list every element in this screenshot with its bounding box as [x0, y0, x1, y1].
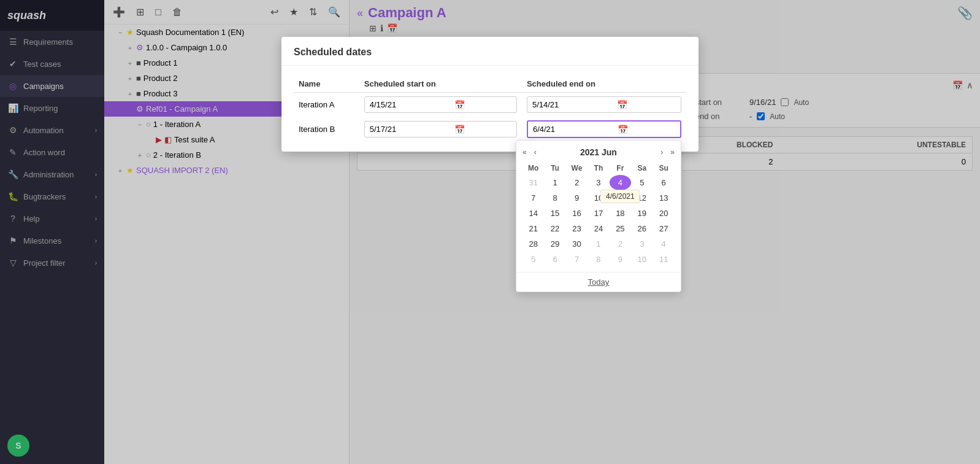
- cal-week-4: 21 22 23 24 25 26 27: [523, 221, 675, 236]
- next-month-button[interactable]: ›: [658, 147, 665, 158]
- iter-a-end-input[interactable]: [527, 97, 613, 112]
- weekday-fr: Fr: [610, 161, 631, 175]
- cal-day-23[interactable]: 23: [566, 221, 588, 236]
- cal-footer: Today: [516, 272, 681, 292]
- cal-day-2[interactable]: 2: [566, 175, 588, 190]
- cal-day-22[interactable]: 22: [544, 221, 565, 236]
- cal-day-12[interactable]: 12: [631, 190, 653, 206]
- iter-b-start-input[interactable]: [365, 122, 451, 137]
- cal-day-next-10[interactable]: 10: [631, 252, 653, 267]
- cal-day-27[interactable]: 27: [653, 221, 675, 236]
- cal-week-6: 5 6 7 8 9 10 11: [523, 252, 675, 267]
- iter-a-name: Iteration A: [294, 93, 359, 117]
- iteration-a-row: Iteration A 📅 📅: [294, 93, 686, 117]
- cal-day-30[interactable]: 30: [566, 236, 588, 252]
- cal-day-31[interactable]: 31: [523, 175, 544, 190]
- cal-day-1[interactable]: 1: [544, 175, 565, 190]
- cal-day-next-8[interactable]: 8: [588, 252, 609, 267]
- modal-body: Name Scheduled start on Scheduled end on…: [281, 66, 699, 152]
- weekday-mo: Mo: [523, 161, 544, 175]
- cal-day-29[interactable]: 29: [544, 236, 565, 252]
- cal-day-6[interactable]: 6: [653, 175, 675, 190]
- weekday-we: We: [566, 161, 588, 175]
- iter-a-end-cell: 📅: [522, 93, 686, 117]
- cal-month-year: 2021 Jun: [542, 147, 656, 157]
- weekday-sa: Sa: [631, 161, 653, 175]
- calendar-icon[interactable]: 📅: [451, 125, 469, 134]
- modal-table: Name Scheduled start on Scheduled end on…: [294, 75, 686, 142]
- iter-b-name: Iteration B: [294, 117, 359, 142]
- cal-day-4-selected[interactable]: 4 4/6/2021: [610, 175, 631, 190]
- cal-day-next-7[interactable]: 7: [566, 252, 588, 267]
- cal-day-next-9[interactable]: 9: [610, 252, 631, 267]
- cal-weekday-headers: Mo Tu We Th Fr Sa Su: [523, 161, 675, 175]
- cal-day-28[interactable]: 28: [523, 236, 544, 252]
- cal-week-5: 28 29 30 1 2 3 4: [523, 236, 675, 252]
- prev-year-button[interactable]: «: [520, 147, 529, 158]
- cal-day-next-4[interactable]: 4: [653, 236, 675, 252]
- iter-a-end-input-wrap: 📅: [527, 96, 681, 113]
- cal-day-25[interactable]: 25: [610, 221, 631, 236]
- cal-day-5[interactable]: 5: [631, 175, 653, 190]
- calendar-icon[interactable]: 📅: [451, 100, 469, 110]
- iter-b-start-cell: 📅: [359, 117, 522, 142]
- iter-a-start-input-wrap: 📅: [364, 96, 517, 113]
- weekday-su: Su: [653, 161, 675, 175]
- cal-day-next-1[interactable]: 1: [588, 236, 609, 252]
- col-name: Name: [294, 75, 359, 93]
- iter-b-end-cell: 📅 « ‹ 2021 Jun: [522, 117, 686, 142]
- iter-b-end-input-wrap: 📅: [527, 120, 681, 138]
- cal-day-next-5[interactable]: 5: [523, 252, 544, 267]
- modal-overlay: Scheduled dates Name Scheduled start on …: [0, 0, 980, 464]
- prev-month-button[interactable]: ‹: [532, 147, 539, 158]
- cal-week-3: 14 15 16 17 18 19 20: [523, 206, 675, 221]
- cal-day-14[interactable]: 14: [523, 206, 544, 221]
- modal-header: Scheduled dates: [281, 37, 699, 66]
- cal-day-26[interactable]: 26: [631, 221, 653, 236]
- cal-day-7[interactable]: 7: [523, 190, 544, 206]
- weekday-tu: Tu: [544, 161, 565, 175]
- modal-title: Scheduled dates: [294, 47, 372, 57]
- cal-day-24[interactable]: 24: [588, 221, 609, 236]
- cal-day-13[interactable]: 13: [653, 190, 675, 206]
- cal-day-next-11[interactable]: 11: [653, 252, 675, 267]
- cal-day-21[interactable]: 21: [523, 221, 544, 236]
- calendar-popup: « ‹ 2021 Jun › »: [516, 140, 681, 292]
- cal-day-11[interactable]: 11: [610, 190, 631, 206]
- iter-a-start-cell: 📅: [359, 93, 522, 117]
- iteration-b-row: Iteration B 📅 📅: [294, 117, 686, 142]
- cal-day-3[interactable]: 3: [588, 175, 609, 190]
- cal-week-1: 31 1 2 3 4 4/6/2021 5 6: [523, 175, 675, 190]
- cal-day-8[interactable]: 8: [544, 190, 565, 206]
- cal-nav: « ‹ 2021 Jun › »: [516, 141, 681, 161]
- cal-day-next-2[interactable]: 2: [610, 236, 631, 252]
- cal-day-16[interactable]: 16: [566, 206, 588, 221]
- calendar-icon[interactable]: 📅: [613, 100, 631, 110]
- iter-a-start-input[interactable]: [365, 97, 451, 112]
- cal-day-19[interactable]: 19: [631, 206, 653, 221]
- today-link[interactable]: Today: [588, 277, 610, 287]
- col-sched-end: Scheduled end on: [522, 75, 686, 93]
- next-year-button[interactable]: »: [668, 147, 677, 158]
- cal-week-2: 7 8 9 10 11 12 13: [523, 190, 675, 206]
- calendar-icon[interactable]: 📅: [614, 125, 632, 134]
- cal-day-17[interactable]: 17: [588, 206, 609, 221]
- scheduled-dates-modal: Scheduled dates Name Scheduled start on …: [281, 37, 699, 152]
- cal-day-10[interactable]: 10: [588, 190, 609, 206]
- cal-day-18[interactable]: 18: [610, 206, 631, 221]
- iter-b-end-input[interactable]: [528, 122, 614, 137]
- cal-day-next-3[interactable]: 3: [631, 236, 653, 252]
- col-sched-start: Scheduled start on: [359, 75, 522, 93]
- weekday-th: Th: [588, 161, 609, 175]
- cal-day-next-6[interactable]: 6: [544, 252, 565, 267]
- cal-day-15[interactable]: 15: [544, 206, 565, 221]
- cal-day-20[interactable]: 20: [653, 206, 675, 221]
- iter-b-start-input-wrap: 📅: [364, 121, 517, 137]
- cal-grid: Mo Tu We Th Fr Sa Su: [516, 161, 681, 272]
- cal-day-9[interactable]: 9: [566, 190, 588, 206]
